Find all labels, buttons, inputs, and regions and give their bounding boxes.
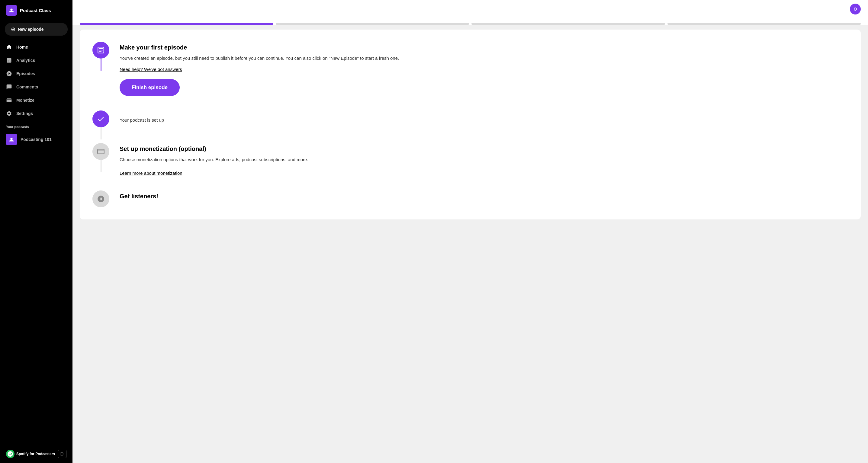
comments-icon bbox=[6, 84, 12, 90]
sidebar-item-monetize[interactable]: Monetize bbox=[0, 94, 72, 107]
podcast-item-101[interactable]: Podcasting 101 bbox=[0, 131, 72, 148]
timeline-step-3-left bbox=[92, 143, 110, 172]
help-link[interactable]: Need help? We've got answers bbox=[120, 67, 182, 72]
new-episode-button[interactable]: ⊕ New episode bbox=[5, 23, 68, 36]
timeline-line-1 bbox=[100, 59, 101, 71]
monetize-icon bbox=[6, 97, 12, 103]
plus-icon: ⊕ bbox=[11, 26, 16, 33]
timeline-content-1: Make your first episode You've created a… bbox=[120, 42, 843, 110]
timeline-dot-2 bbox=[92, 110, 109, 127]
timeline-content-2: Your podcast is set up bbox=[120, 110, 843, 143]
analytics-icon bbox=[6, 57, 12, 63]
spotify-logo: Spotify for Podcasters bbox=[6, 450, 55, 458]
content-area: Make your first episode You've created a… bbox=[72, 25, 868, 463]
sidebar-item-episodes[interactable]: Episodes bbox=[0, 67, 72, 80]
episode-icon bbox=[97, 46, 105, 54]
timeline: Make your first episode You've created a… bbox=[92, 42, 843, 207]
timeline-item-setup: Your podcast is set up bbox=[92, 110, 843, 143]
main-card: Make your first episode You've created a… bbox=[80, 30, 861, 220]
timeline-item-listeners: Get listeners! bbox=[92, 191, 843, 207]
spotify-icon bbox=[6, 450, 14, 458]
app-title: Podcast Class bbox=[20, 8, 51, 13]
sidebar-item-home[interactable]: Home bbox=[0, 40, 72, 54]
episodes-icon bbox=[6, 71, 12, 77]
main-content: O bbox=[72, 0, 868, 463]
timeline-step-2-left bbox=[92, 110, 110, 139]
sidebar-item-settings[interactable]: Settings bbox=[0, 107, 72, 120]
sidebar-footer: Spotify for Podcasters bbox=[0, 445, 72, 463]
sidebar-nav: Home Analytics Episodes Comments bbox=[0, 40, 72, 445]
home-icon bbox=[6, 44, 12, 50]
svg-point-0 bbox=[10, 9, 12, 11]
timeline-line-2 bbox=[100, 127, 101, 139]
podcast-thumbnail bbox=[6, 134, 17, 145]
finish-episode-button[interactable]: Finish episode bbox=[120, 79, 180, 96]
timeline-step-4-left bbox=[92, 191, 110, 207]
timeline-dot-1 bbox=[92, 42, 109, 59]
svg-point-2 bbox=[10, 138, 12, 140]
top-bar: O bbox=[72, 0, 868, 18]
svg-rect-1 bbox=[7, 98, 12, 102]
collapse-sidebar-button[interactable] bbox=[58, 450, 66, 458]
settings-icon bbox=[6, 110, 12, 117]
sidebar-header: Podcast Class bbox=[0, 0, 72, 21]
listeners-icon bbox=[97, 195, 105, 203]
timeline-item-monetization: Set up monetization (optional) Choose mo… bbox=[92, 143, 843, 191]
your-podcasts-label: Your podcasts bbox=[0, 120, 72, 131]
svg-rect-4 bbox=[98, 149, 104, 154]
sidebar-item-comments[interactable]: Comments bbox=[0, 80, 72, 94]
sidebar-item-analytics[interactable]: Analytics bbox=[0, 54, 72, 67]
timeline-content-3: Set up monetization (optional) Choose mo… bbox=[120, 143, 843, 191]
sidebar: Podcast Class ⊕ New episode Home Analyti… bbox=[0, 0, 72, 463]
timeline-dot-4 bbox=[92, 191, 109, 207]
timeline-dot-3 bbox=[92, 143, 109, 160]
timeline-item-first-episode: Make your first episode You've created a… bbox=[92, 42, 843, 110]
checkmark-icon bbox=[97, 115, 105, 123]
monetize-icon-2 bbox=[97, 147, 105, 156]
monetize-link[interactable]: Learn more about monetization bbox=[120, 170, 182, 176]
user-avatar[interactable]: O bbox=[850, 4, 861, 14]
timeline-line-3 bbox=[100, 160, 101, 172]
timeline-content-4: Get listeners! bbox=[120, 191, 843, 207]
app-logo bbox=[6, 5, 17, 16]
progress-bar bbox=[72, 18, 868, 25]
timeline-step-1-left bbox=[92, 42, 110, 71]
